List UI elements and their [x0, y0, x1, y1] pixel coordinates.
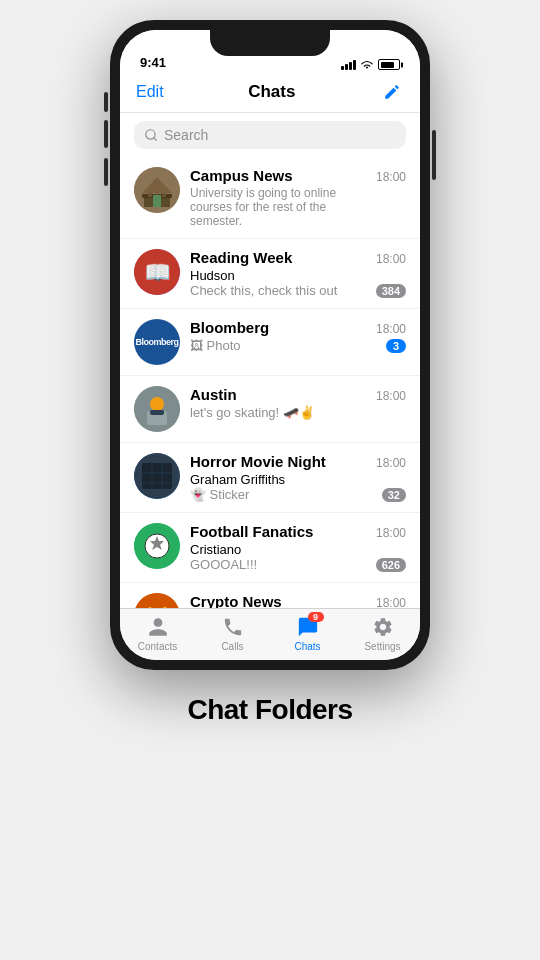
avatar-reading-week: 📖 [134, 249, 180, 295]
campus-news-time: 18:00 [376, 170, 406, 184]
calls-icon [221, 615, 245, 639]
svg-rect-8 [153, 195, 161, 207]
reading-week-time: 18:00 [376, 252, 406, 266]
contacts-icon [146, 615, 170, 639]
crypto-news-time: 18:00 [376, 596, 406, 608]
bloomberg-time: 18:00 [376, 322, 406, 336]
football-fanatics-message: GOOOAL!!! [190, 557, 350, 572]
austin-name: Austin [190, 386, 237, 403]
horror-movie-night-badge: 32 [382, 488, 406, 502]
notch [210, 30, 330, 56]
crypto-avatar-img: 🐱 [134, 593, 180, 608]
austin-content: Austin 18:00 let's go skating! 🛹✌ [190, 386, 406, 420]
horror-movie-night-time: 18:00 [376, 456, 406, 470]
football-fanatics-time: 18:00 [376, 526, 406, 540]
calls-label: Calls [221, 641, 243, 652]
avatar-crypto-news: 🐱 [134, 593, 180, 608]
chats-badge: 9 [308, 612, 324, 622]
avatar-football-fanatics [134, 523, 180, 569]
reading-week-sender: Hudson [190, 268, 376, 283]
chat-item-reading-week[interactable]: 📖 Reading Week 18:00 Hudson Check this, … [120, 239, 420, 309]
status-time: 9:41 [140, 55, 166, 70]
chat-item-austin[interactable]: Austin 18:00 let's go skating! 🛹✌ [120, 376, 420, 443]
reading-week-badge: 384 [376, 284, 406, 298]
mute-button [104, 92, 108, 112]
reading-week-content: Reading Week 18:00 Hudson Check this, ch… [190, 249, 406, 298]
compose-button[interactable] [380, 80, 404, 104]
reading-week-avatar-img: 📖 [134, 249, 180, 295]
settings-icon [371, 615, 395, 639]
search-input-wrap[interactable]: Search [134, 121, 406, 149]
football-fanatics-sender: Cristiano [190, 542, 376, 557]
austin-preview: let's go skating! 🛹✌ [190, 405, 406, 420]
svg-text:📖: 📖 [144, 259, 172, 286]
power-button [432, 130, 436, 180]
campus-news-avatar-img [134, 167, 180, 213]
horror-movie-night-message: 👻 Sticker [190, 487, 350, 502]
svg-point-12 [150, 397, 164, 411]
svg-rect-14 [150, 410, 164, 415]
avatar-bloomberg: Bloomberg [134, 319, 180, 365]
compose-icon [383, 83, 401, 101]
austin-avatar-img [134, 386, 180, 432]
avatar-austin [134, 386, 180, 432]
crypto-news-name: Crypto News [190, 593, 282, 608]
chat-item-crypto-news[interactable]: 🐱 Crypto News 18:00 Boss What a few week… [120, 583, 420, 608]
search-bar: Search [120, 113, 420, 157]
wifi-icon [360, 60, 374, 70]
chats-icon: 9 [296, 615, 320, 639]
chats-label: Chats [294, 641, 320, 652]
edit-button[interactable]: Edit [136, 83, 164, 101]
football-fanatics-badge: 626 [376, 558, 406, 572]
bloomberg-message: 🖼 Photo [190, 338, 350, 353]
settings-label: Settings [364, 641, 400, 652]
campus-news-name: Campus News [190, 167, 293, 184]
football-fanatics-preview: Cristiano GOOOAL!!! [190, 542, 376, 572]
bloomberg-content: Bloomberg 18:00 🖼 Photo 3 [190, 319, 406, 353]
contacts-label: Contacts [138, 641, 177, 652]
footer-title: Chat Folders [187, 694, 352, 726]
tab-calls[interactable]: Calls [195, 615, 270, 652]
tab-settings[interactable]: Settings [345, 615, 420, 652]
tab-bar: Contacts Calls 9 Chats [120, 608, 420, 660]
football-fanatics-content: Football Fanatics 18:00 Cristiano GOOOAL… [190, 523, 406, 572]
avatar-horror-movie-night [134, 453, 180, 499]
crypto-news-content: Crypto News 18:00 Boss What a few weeks … [190, 593, 406, 608]
horror-avatar-img [134, 453, 180, 499]
horror-movie-night-preview: Graham Griffiths 👻 Sticker [190, 472, 382, 502]
tab-chats[interactable]: 9 Chats [270, 615, 345, 652]
volume-down-button [104, 158, 108, 186]
avatar-campus-news [134, 167, 180, 213]
campus-news-preview: University is going to online courses fo… [190, 186, 406, 228]
status-icons [341, 59, 400, 70]
campus-news-content: Campus News 18:00 University is going to… [190, 167, 406, 228]
chat-item-bloomberg[interactable]: Bloomberg Bloomberg 18:00 🖼 Photo 3 [120, 309, 420, 376]
chat-list: Campus News 18:00 University is going to… [120, 157, 420, 608]
campus-news-message: University is going to online courses fo… [190, 186, 370, 228]
svg-rect-16 [142, 463, 172, 489]
bloomberg-badge: 3 [386, 339, 406, 353]
austin-time: 18:00 [376, 389, 406, 403]
horror-movie-night-name: Horror Movie Night [190, 453, 326, 470]
football-avatar-img [134, 523, 180, 569]
reading-week-preview: Hudson Check this, check this out [190, 268, 376, 298]
bloomberg-preview: 🖼 Photo [190, 338, 386, 353]
austin-message: let's go skating! 🛹✌ [190, 405, 350, 420]
volume-up-button [104, 120, 108, 148]
chat-item-football-fanatics[interactable]: Football Fanatics 18:00 Cristiano GOOOAL… [120, 513, 420, 583]
search-placeholder: Search [164, 127, 208, 143]
horror-movie-night-content: Horror Movie Night 18:00 Graham Griffith… [190, 453, 406, 502]
header-title: Chats [248, 82, 295, 102]
chat-item-horror-movie-night[interactable]: Horror Movie Night 18:00 Graham Griffith… [120, 443, 420, 513]
football-fanatics-name: Football Fanatics [190, 523, 313, 540]
battery-icon [378, 59, 400, 70]
chat-item-campus-news[interactable]: Campus News 18:00 University is going to… [120, 157, 420, 239]
phone-frame: 9:41 Edit Chats [110, 20, 430, 670]
horror-movie-night-sender: Graham Griffiths [190, 472, 382, 487]
search-icon [144, 128, 158, 142]
header: Edit Chats [120, 74, 420, 113]
tab-contacts[interactable]: Contacts [120, 615, 195, 652]
reading-week-message: Check this, check this out [190, 283, 350, 298]
reading-week-name: Reading Week [190, 249, 292, 266]
signal-icon [341, 60, 356, 70]
